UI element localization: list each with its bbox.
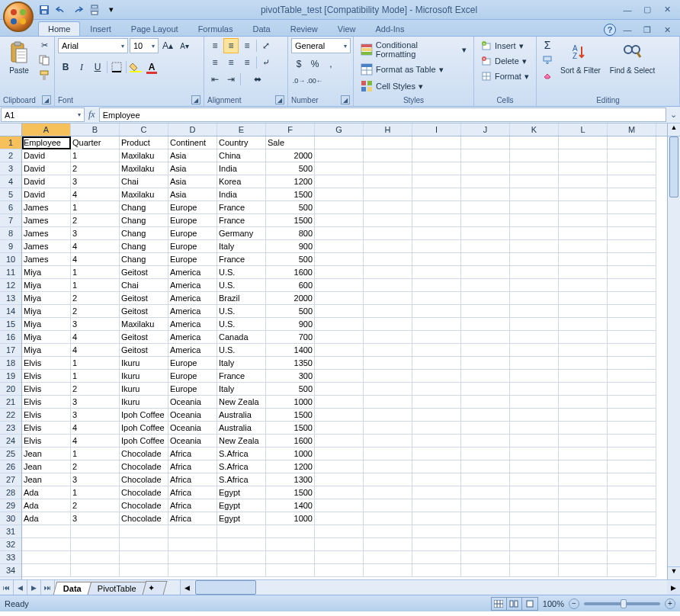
cell-D1[interactable]: Continent	[168, 136, 217, 149]
formula-expand-icon[interactable]: ⌄	[667, 107, 680, 123]
row-header-23[interactable]: 23	[0, 422, 21, 435]
cell-D13[interactable]: America	[168, 292, 217, 305]
cell-L33[interactable]	[559, 551, 608, 564]
cell-H25[interactable]	[364, 448, 412, 460]
cell-B2[interactable]: 1	[71, 149, 120, 162]
normal-view-icon[interactable]	[492, 598, 507, 610]
cell-B34[interactable]	[71, 564, 120, 577]
cell-L16[interactable]	[559, 331, 608, 344]
cell-G2[interactable]	[315, 149, 364, 162]
cell-F9[interactable]: 900	[266, 240, 315, 253]
cell-G16[interactable]	[315, 331, 364, 344]
cell-J32[interactable]	[461, 538, 510, 551]
cell-D21[interactable]: Oceania	[168, 396, 217, 409]
cell-E1[interactable]: Country	[217, 136, 266, 149]
cell-I1[interactable]	[412, 136, 461, 149]
cell-I17[interactable]	[412, 344, 461, 357]
cell-I12[interactable]	[412, 279, 461, 292]
cell-B31[interactable]	[71, 525, 120, 538]
cell-J21[interactable]	[461, 396, 510, 409]
cell-E31[interactable]	[217, 525, 266, 538]
cell-F17[interactable]: 1400	[266, 344, 315, 357]
cell-F21[interactable]: 1000	[266, 396, 315, 409]
cell-J13[interactable]	[461, 292, 510, 305]
row-header-34[interactable]: 34	[0, 564, 21, 577]
align-left-icon[interactable]: ≡	[207, 55, 223, 70]
cell-L15[interactable]	[559, 318, 608, 331]
cell-G25[interactable]	[315, 448, 364, 460]
sheet-nav-next-icon[interactable]: ▶	[27, 580, 41, 595]
grow-font-icon[interactable]: A▴	[160, 38, 175, 53]
tab-view[interactable]: View	[328, 21, 366, 36]
cell-I22[interactable]	[412, 409, 461, 422]
cell-E6[interactable]: France	[217, 201, 266, 214]
font-size-combo[interactable]: 10▾	[130, 38, 159, 53]
cell-E20[interactable]: Italy	[217, 383, 266, 396]
cell-M4[interactable]	[608, 175, 656, 188]
cell-J12[interactable]	[461, 279, 510, 292]
cell-K24[interactable]	[510, 435, 559, 448]
align-center-icon[interactable]: ≡	[223, 55, 239, 70]
cell-G24[interactable]	[315, 435, 364, 448]
cell-C3[interactable]: Maxilaku	[120, 162, 168, 175]
cell-H21[interactable]	[364, 396, 412, 409]
number-dialog-launcher[interactable]: ◢	[341, 95, 350, 104]
cell-F5[interactable]: 1500	[266, 188, 315, 201]
cell-I25[interactable]	[412, 448, 461, 460]
cell-J26[interactable]	[461, 460, 510, 473]
align-bottom-icon[interactable]: ≡	[239, 38, 255, 53]
cell-F2[interactable]: 2000	[266, 149, 315, 162]
cell-A24[interactable]: Elvis	[22, 435, 71, 448]
cell-A27[interactable]: Jean	[22, 473, 71, 486]
cell-A15[interactable]: Miya	[22, 318, 71, 331]
cell-I32[interactable]	[412, 538, 461, 551]
cell-K7[interactable]	[510, 214, 559, 227]
number-format-combo[interactable]: General▾	[291, 38, 351, 53]
cell-I3[interactable]	[412, 162, 461, 175]
cell-L14[interactable]	[559, 305, 608, 318]
cell-F30[interactable]: 1000	[266, 512, 315, 525]
new-sheet-button[interactable]: ✦	[142, 581, 167, 595]
cell-B18[interactable]: 1	[71, 357, 120, 370]
cell-C10[interactable]: Chang	[120, 253, 168, 266]
cell-D11[interactable]: America	[168, 266, 217, 279]
cell-E5[interactable]: India	[217, 188, 266, 201]
cell-B21[interactable]: 3	[71, 396, 120, 409]
cell-C21[interactable]: Ikuru	[120, 396, 168, 409]
office-button[interactable]	[3, 2, 34, 32]
cell-D7[interactable]: Europe	[168, 214, 217, 227]
cell-I23[interactable]	[412, 422, 461, 435]
cell-H5[interactable]	[364, 188, 412, 201]
alignment-dialog-launcher[interactable]: ◢	[275, 95, 284, 104]
col-header-K[interactable]: K	[510, 124, 559, 136]
cut-icon[interactable]: ✂	[37, 38, 52, 52]
col-header-B[interactable]: B	[71, 124, 120, 136]
cell-J33[interactable]	[461, 551, 510, 564]
sort-filter-button[interactable]: AZ Sort & Filter	[557, 38, 605, 77]
cell-M7[interactable]	[608, 214, 656, 227]
cell-L31[interactable]	[559, 525, 608, 538]
cell-F29[interactable]: 1400	[266, 499, 315, 512]
cell-M6[interactable]	[608, 201, 656, 214]
shrink-font-icon[interactable]: A▾	[177, 38, 192, 53]
cell-K15[interactable]	[510, 318, 559, 331]
cell-E3[interactable]: India	[217, 162, 266, 175]
tab-insert[interactable]: Insert	[80, 21, 121, 36]
cell-H27[interactable]	[364, 473, 412, 486]
cell-F20[interactable]: 500	[266, 383, 315, 396]
merge-center-icon[interactable]: ⬌	[242, 72, 273, 87]
border-button[interactable]	[109, 59, 124, 75]
align-middle-icon[interactable]: ≡	[223, 38, 239, 53]
cell-K32[interactable]	[510, 538, 559, 551]
underline-button[interactable]: U	[90, 59, 105, 75]
cell-F15[interactable]: 900	[266, 318, 315, 331]
cell-L27[interactable]	[559, 473, 608, 486]
cell-C7[interactable]: Chang	[120, 214, 168, 227]
cell-E32[interactable]	[217, 538, 266, 551]
cell-J19[interactable]	[461, 370, 510, 383]
cell-A25[interactable]: Jean	[22, 448, 71, 460]
cell-B13[interactable]: 2	[71, 292, 120, 305]
cell-K2[interactable]	[510, 149, 559, 162]
cell-K27[interactable]	[510, 473, 559, 486]
cell-A5[interactable]: David	[22, 188, 71, 201]
